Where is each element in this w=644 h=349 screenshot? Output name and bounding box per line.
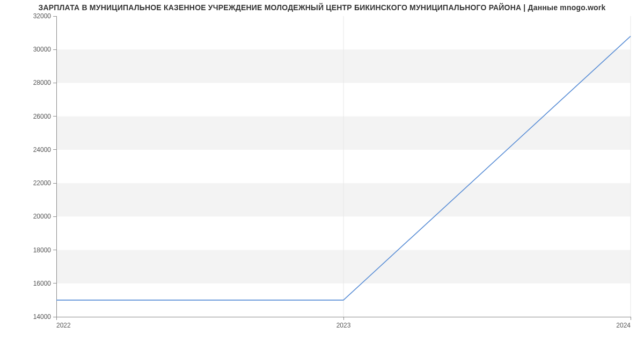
y-tick-label: 20000 [33, 213, 52, 220]
y-tick-label: 14000 [33, 313, 52, 321]
y-tick-label: 18000 [33, 246, 52, 254]
y-tick-label: 28000 [33, 79, 52, 86]
svg-text:20000: 20000 [33, 213, 52, 220]
y-tick-label: 24000 [33, 146, 52, 154]
svg-text:18000: 18000 [33, 246, 52, 254]
salary-line-chart: ЗАРПЛАТА В МУНИЦИПАЛЬНОЕ КАЗЕННОЕ УЧРЕЖД… [0, 0, 644, 349]
x-tick-label: 2023 [336, 322, 351, 329]
svg-text:16000: 16000 [33, 280, 52, 287]
svg-text:24000: 24000 [33, 146, 52, 154]
svg-text:2024: 2024 [616, 322, 631, 329]
svg-text:22000: 22000 [33, 179, 52, 187]
svg-text:2023: 2023 [336, 322, 351, 329]
svg-text:32000: 32000 [33, 12, 52, 20]
x-tick-label: 2024 [616, 322, 631, 329]
svg-text:14000: 14000 [33, 313, 52, 321]
y-tick-label: 26000 [33, 113, 52, 120]
chart-title: ЗАРПЛАТА В МУНИЦИПАЛЬНОЕ КАЗЕННОЕ УЧРЕЖД… [0, 3, 644, 12]
svg-text:28000: 28000 [33, 79, 52, 86]
y-tick-label: 32000 [33, 12, 52, 20]
y-tick-label: 22000 [33, 179, 52, 187]
y-tick-label: 30000 [33, 46, 52, 53]
svg-text:2022: 2022 [56, 322, 71, 329]
x-tick-label: 2022 [56, 322, 71, 329]
y-tick-label: 16000 [33, 280, 52, 287]
svg-text:26000: 26000 [33, 113, 52, 120]
svg-text:30000: 30000 [33, 46, 52, 53]
chart-canvas: 1400016000180002000022000240002600028000… [0, 0, 644, 349]
